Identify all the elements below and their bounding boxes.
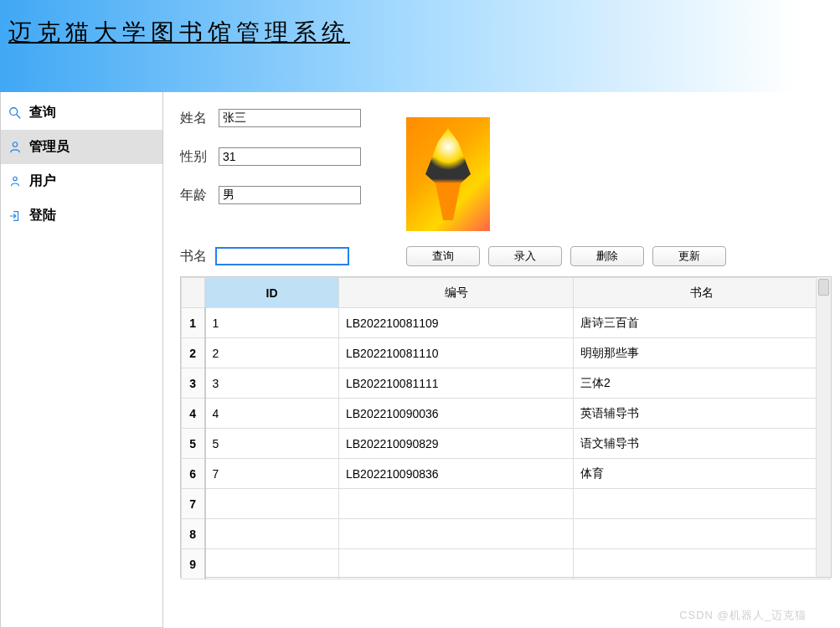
cell-id[interactable]: 4 xyxy=(205,399,339,429)
table-row[interactable]: 22LB202210081110明朝那些事 xyxy=(182,338,831,368)
cell-id[interactable]: 3 xyxy=(205,368,339,399)
watermark: CSDN @机器人_迈克猫 xyxy=(679,608,807,623)
age-field[interactable] xyxy=(219,186,361,204)
col-header-code[interactable]: 编号 xyxy=(339,278,574,308)
svg-point-3 xyxy=(13,177,17,180)
row-number: 5 xyxy=(182,429,205,459)
delete-button[interactable]: 删除 xyxy=(570,246,644,266)
cell-name[interactable] xyxy=(574,549,831,579)
insert-button[interactable]: 录入 xyxy=(488,246,562,266)
row-number: 4 xyxy=(182,399,205,429)
cell-code[interactable] xyxy=(339,519,574,549)
table-container: ID 编号 书名 11LB202210081109唐诗三百首22LB202210… xyxy=(180,276,832,578)
age-label: 年龄 xyxy=(180,187,219,204)
form-row-name: 姓名 xyxy=(180,109,832,127)
search-icon xyxy=(8,106,23,121)
cell-name[interactable]: 英语辅导书 xyxy=(574,399,831,429)
cell-name[interactable] xyxy=(574,519,831,549)
table-corner xyxy=(182,278,205,308)
search-row: 书名 查询 录入 删除 更新 xyxy=(180,246,832,266)
row-number: 1 xyxy=(182,308,205,338)
cell-code[interactable]: LB202210081109 xyxy=(339,308,574,338)
svg-point-0 xyxy=(10,107,18,115)
cell-name[interactable]: 语文辅导书 xyxy=(574,429,831,459)
cell-id[interactable] xyxy=(205,519,339,549)
cell-code[interactable]: LB202210090836 xyxy=(339,459,574,489)
cell-code[interactable]: LB202210090036 xyxy=(339,399,574,429)
cell-name[interactable] xyxy=(574,489,831,519)
cell-id[interactable]: 7 xyxy=(205,459,339,489)
cell-code[interactable] xyxy=(339,489,574,519)
user-icon xyxy=(8,174,23,189)
col-header-name[interactable]: 书名 xyxy=(574,278,831,308)
cell-name[interactable]: 三体2 xyxy=(574,368,831,399)
gender-field[interactable] xyxy=(219,147,361,166)
cell-id[interactable] xyxy=(205,549,339,579)
row-number: 3 xyxy=(182,368,205,399)
cell-name[interactable]: 唐诗三百首 xyxy=(574,308,831,338)
cell-code[interactable] xyxy=(339,549,574,579)
sidebar-item-label: 管理员 xyxy=(29,138,70,156)
search-label: 书名 xyxy=(180,248,207,265)
avatar xyxy=(406,117,490,231)
table-row[interactable]: 67LB202210090836体育 xyxy=(182,459,831,489)
col-header-id[interactable]: ID xyxy=(205,278,339,308)
sidebar-item-label: 登陆 xyxy=(29,207,56,224)
name-field[interactable] xyxy=(219,109,361,127)
row-number: 7 xyxy=(182,489,205,519)
row-number: 8 xyxy=(182,519,205,549)
table-row[interactable]: 11LB202210081109唐诗三百首 xyxy=(182,308,831,338)
cell-id[interactable]: 5 xyxy=(205,429,339,459)
row-number: 6 xyxy=(182,459,205,489)
content-area: 姓名 性别 年龄 书名 查询 录入 删除 更新 xyxy=(163,92,840,628)
cell-code[interactable]: LB202210081111 xyxy=(339,368,574,399)
row-number: 2 xyxy=(182,338,205,368)
sidebar-item-user[interactable]: 用户 xyxy=(1,164,162,198)
sidebar-item-label: 查询 xyxy=(29,104,56,121)
row-number: 9 xyxy=(182,549,205,579)
table-row[interactable]: 55LB202210090829语文辅导书 xyxy=(182,429,831,459)
table-row[interactable]: 8 xyxy=(182,519,831,549)
page-title: 迈克猫大学图书馆管理系统 xyxy=(8,17,832,49)
cell-code[interactable]: LB202210081110 xyxy=(339,338,574,368)
svg-line-1 xyxy=(17,114,20,117)
query-button[interactable]: 查询 xyxy=(406,246,480,266)
table-row[interactable]: 44LB202210090036英语辅导书 xyxy=(182,399,831,429)
cell-id[interactable]: 2 xyxy=(205,338,339,368)
cell-name[interactable]: 体育 xyxy=(574,459,831,489)
form-row-age: 年龄 xyxy=(180,186,832,204)
sidebar: 查询 管理员 用户 登陆 xyxy=(0,92,163,628)
main-layout: 查询 管理员 用户 登陆 姓名 性别 xyxy=(0,92,840,628)
header: 迈克猫大学图书馆管理系统 xyxy=(0,0,840,92)
sidebar-item-admin[interactable]: 管理员 xyxy=(1,130,162,164)
cell-name[interactable]: 明朝那些事 xyxy=(574,338,831,368)
table-row[interactable]: 7 xyxy=(182,489,831,519)
data-table: ID 编号 书名 11LB202210081109唐诗三百首22LB202210… xyxy=(181,277,831,579)
cell-code[interactable]: LB202210090829 xyxy=(339,429,574,459)
table-row[interactable]: 33LB202210081111三体2 xyxy=(182,368,831,399)
update-button[interactable]: 更新 xyxy=(652,246,726,266)
gender-label: 性别 xyxy=(180,148,219,166)
scrollbar-thumb[interactable] xyxy=(818,279,829,296)
vertical-scrollbar[interactable] xyxy=(816,277,831,577)
sidebar-item-login[interactable]: 登陆 xyxy=(1,198,162,233)
search-input[interactable] xyxy=(215,247,349,265)
cell-id[interactable]: 1 xyxy=(205,308,339,338)
login-icon xyxy=(8,208,23,224)
name-label: 姓名 xyxy=(180,110,219,127)
avatar-image xyxy=(423,128,473,220)
sidebar-item-query[interactable]: 查询 xyxy=(1,95,162,130)
form-row-gender: 性别 xyxy=(180,147,832,166)
person-icon xyxy=(8,140,23,155)
button-group: 查询 录入 删除 更新 xyxy=(406,246,726,266)
svg-point-2 xyxy=(13,142,17,146)
table-row[interactable]: 9 xyxy=(182,549,831,579)
cell-id[interactable] xyxy=(205,489,339,519)
sidebar-item-label: 用户 xyxy=(29,172,56,190)
